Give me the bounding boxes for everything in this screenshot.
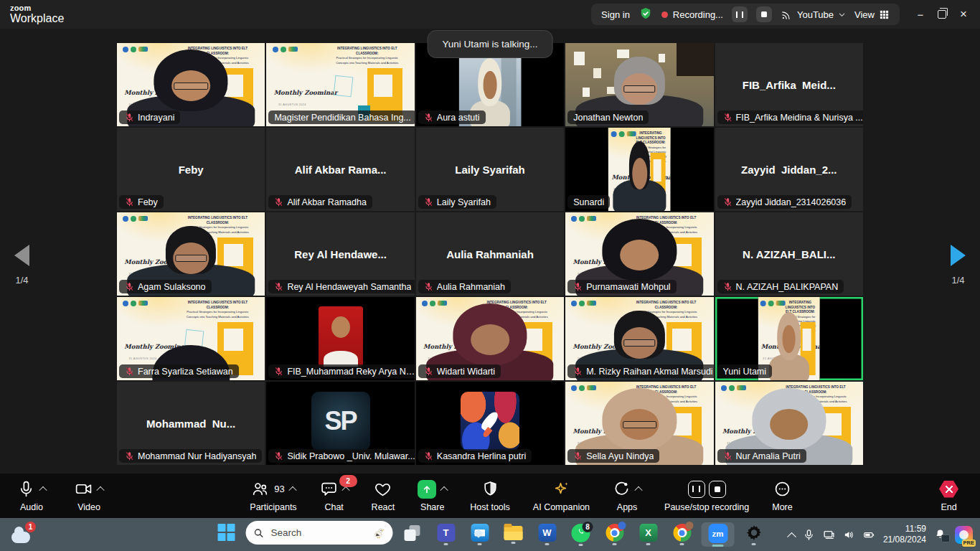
- participant-tile[interactable]: INTEGRATING LINGUISTICS INTO ELT CLASSRO…: [416, 297, 564, 380]
- taskbar-item-chrome-1[interactable]: [600, 524, 629, 545]
- taskbar-item-start[interactable]: [212, 524, 241, 545]
- logo-dot-icon: [422, 301, 428, 306]
- mail-icon: [471, 524, 489, 542]
- slide-script-subtext: 31 AGUSTUS 2024: [129, 103, 157, 106]
- participant-tile[interactable]: FIB_Arfika Meid...FIB_Arfika Meidina & N…: [715, 43, 863, 126]
- slide-door-shape: [217, 237, 253, 291]
- toolbar-video-button[interactable]: Video: [75, 480, 103, 512]
- taskbar-item-excel[interactable]: X: [634, 524, 663, 545]
- logo-dot-icon: [587, 216, 596, 221]
- toolbar-share-button[interactable]: Share: [418, 480, 447, 512]
- chevron-up-icon[interactable]: [288, 486, 296, 494]
- tray-display-icon[interactable]: [823, 529, 835, 541]
- slide-title-line2: Practical Strategies for Incorporating L…: [176, 56, 260, 60]
- page-indicator-right: 1/4: [951, 275, 964, 286]
- chevron-up-icon[interactable]: [440, 486, 448, 494]
- toolbar-pause-stop-recording-button[interactable]: Pause/stop recording: [664, 480, 749, 512]
- toolbar-apps-button[interactable]: Apps: [613, 480, 641, 512]
- slide-outline-shape: [633, 329, 652, 351]
- taskbar-item-chrome-2[interactable]: [668, 524, 697, 545]
- participant-tile[interactable]: INTEGRATING LINGUISTICS INTO ELT CLASSRO…: [117, 212, 265, 296]
- participant-tile[interactable]: INTEGRATING LINGUISTICS INTO ELT CLASSRO…: [266, 43, 414, 126]
- close-button[interactable]: ×: [953, 4, 974, 25]
- toolbar-host-tools-button[interactable]: Host tools: [470, 480, 510, 512]
- taskbar-clock[interactable]: 11:59 21/08/2024: [883, 524, 926, 545]
- participant-name-text: Mohammad Nur Hadiyansyah: [138, 451, 256, 461]
- restore-button[interactable]: [931, 4, 953, 25]
- view-button[interactable]: View: [854, 9, 890, 20]
- tray-mic-icon[interactable]: [803, 529, 815, 541]
- participant-tile[interactable]: Laily SyarifahLaily Syarifah: [416, 128, 564, 211]
- copilot-icon[interactable]: PRE: [955, 526, 973, 544]
- participant-tile[interactable]: INTEGRATING LINGUISTICS INTO ELT CLASSRO…: [565, 212, 713, 296]
- participant-tile[interactable]: INTEGRATING LINGUISTICS INTO ELT CLASSRO…: [565, 128, 713, 211]
- participant-tile[interactable]: Zayyid Jiddan_2...Zayyid Jiddan_23140260…: [715, 128, 863, 211]
- logo-dot-icon: [273, 47, 278, 52]
- taskbar-item-zoom[interactable]: zm: [702, 522, 735, 547]
- slide-title-line2: Practical Strategies for Incorporating L…: [176, 225, 260, 230]
- participant-tile[interactable]: INTEGRATING LINGUISTICS INTO ELT CLASSRO…: [117, 43, 265, 126]
- logo-dot-icon: [438, 301, 447, 306]
- participant-name-label: Widarti Widarti: [418, 364, 501, 378]
- participant-tile[interactable]: Aulia RahmaniahAulia Rahmaniah: [416, 212, 564, 296]
- taskbar-item-file-explorer[interactable]: [499, 526, 528, 544]
- stop-recording-button[interactable]: [756, 6, 772, 22]
- toolbar-more-button[interactable]: More: [772, 480, 792, 512]
- pause-recording-button[interactable]: [732, 6, 748, 22]
- participant-tile[interactable]: FebyFeby: [117, 128, 265, 211]
- participant-tile[interactable]: INTEGRATING LINGUISTICS INTO ELT CLASSRO…: [565, 297, 713, 380]
- sign-in-button[interactable]: Sign in: [601, 9, 630, 20]
- taskbar-item-search[interactable]: Search: [246, 521, 393, 548]
- taskbar-file-explorer-iconwrap: [504, 526, 523, 540]
- logo-line1: zoom: [10, 4, 64, 12]
- taskbar-item-teams[interactable]: T: [432, 524, 461, 545]
- taskbar-item-settings[interactable]: [740, 524, 768, 545]
- grid-view-icon: [879, 9, 890, 20]
- toolbar-audio-button[interactable]: Audio: [17, 480, 46, 512]
- participant-tile[interactable]: INTEGRATING LINGUISTICS INTO ELT CLASSRO…: [715, 382, 863, 465]
- participant-tile[interactable]: INTEGRATING LINGUISTICS INTO ELT CLASSRO…: [117, 297, 265, 380]
- livestream-youtube-button[interactable]: YouTube: [781, 9, 846, 21]
- participant-tile[interactable]: Jonathan Newton: [565, 43, 713, 126]
- participant-tile[interactable]: N. AZIZAH_BALI...N. AZIZAH_BALIKPAPAN: [715, 212, 863, 296]
- slide-outline-shape: [785, 330, 795, 351]
- slide-logos: [422, 301, 447, 306]
- participant-tile[interactable]: SPSidik Prabowo _Univ. Mulawar...: [266, 382, 414, 465]
- tray-expand-icon[interactable]: [787, 532, 796, 541]
- toolbar-chat-button[interactable]: 2Chat: [320, 480, 349, 512]
- tray-battery-icon[interactable]: [863, 529, 875, 541]
- toolbar-participants-button[interactable]: 93Participants: [250, 480, 296, 512]
- chevron-up-icon[interactable]: [39, 486, 47, 494]
- taskbar-item-word[interactable]: W: [533, 524, 562, 545]
- running-indicator: [478, 543, 482, 545]
- minimize-button[interactable]: −: [910, 4, 931, 25]
- toolbar-ai-companion-button[interactable]: AI Companion: [533, 480, 590, 512]
- chevron-up-icon[interactable]: [634, 486, 642, 494]
- toolbar-share-label: Share: [420, 502, 444, 512]
- participant-tile[interactable]: FIB_Muhammad Reky Arya Nu...: [266, 297, 414, 380]
- weather-widget[interactable]: 1: [11, 524, 33, 545]
- previous-page-button[interactable]: 1/4: [10, 244, 34, 286]
- participant-tile[interactable]: Alif Akbar Rama...Alif Akbar Ramadha: [266, 128, 414, 211]
- participant-tile[interactable]: Rey Al Hendawe...Rey Al Hendaweyah Saman…: [266, 212, 414, 296]
- windows-taskbar: 1 SearchTW8Xzm 11:59 21/08/2024 PRE: [0, 518, 980, 551]
- recording-label: Recording...: [673, 9, 723, 20]
- toolbar-react-button[interactable]: React: [372, 480, 395, 512]
- participant-tile[interactable]: INTEGRATING LINGUISTICS INTO ELT CLASSRO…: [565, 382, 713, 465]
- toolbar-end-button[interactable]: End: [939, 480, 958, 512]
- slide-door-shape: [816, 407, 852, 460]
- taskbar-item-task-view[interactable]: [398, 524, 427, 545]
- participant-name-text: Feby: [138, 197, 158, 207]
- logo-line2: Workplace: [10, 13, 64, 24]
- participant-tile[interactable]: Mohammad Nu...Mohammad Nur Hadiyansyah: [117, 382, 265, 465]
- participant-tile[interactable]: Kasandra Herlina putri: [416, 382, 564, 465]
- notification-bell-icon[interactable]: [934, 528, 947, 541]
- tray-volume-icon[interactable]: [843, 529, 855, 541]
- muted-mic-icon: [573, 282, 583, 291]
- participant-tile[interactable]: INTEGRATING LINGUISTICS INTO ELT CLASSRO…: [715, 297, 863, 380]
- taskbar-item-whatsapp[interactable]: 8: [567, 524, 595, 546]
- chevron-up-icon[interactable]: [341, 486, 349, 494]
- next-page-button[interactable]: 1/4: [946, 244, 970, 286]
- taskbar-item-mail[interactable]: [466, 524, 494, 545]
- chevron-up-icon[interactable]: [96, 486, 104, 494]
